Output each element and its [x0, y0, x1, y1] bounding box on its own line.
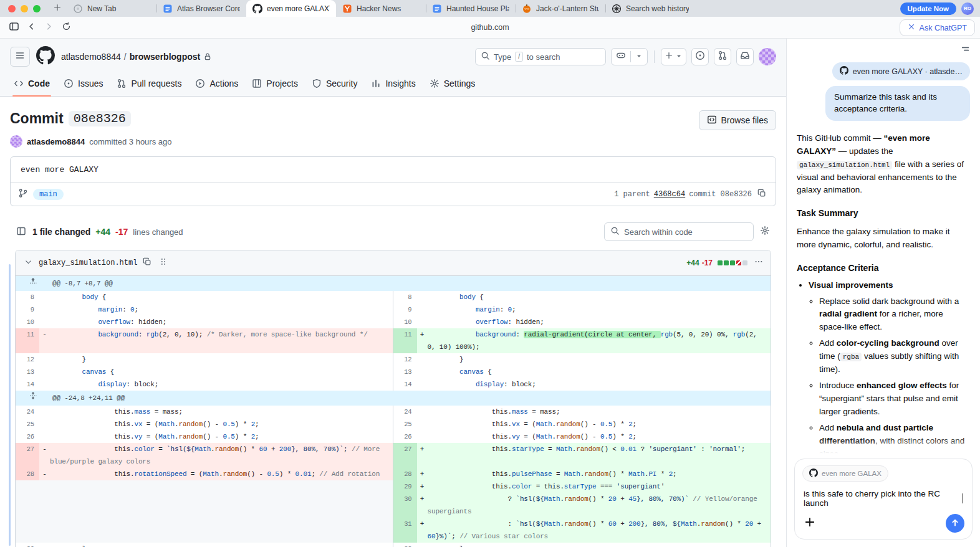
- old-line-number[interactable]: 26: [16, 430, 39, 443]
- old-line-number[interactable]: 13: [16, 366, 39, 378]
- file-tree-resizer[interactable]: [9, 264, 11, 546]
- parent-sha-link[interactable]: 4368c64: [654, 190, 685, 199]
- new-tab-button[interactable]: [48, 0, 67, 17]
- old-line-number[interactable]: 14: [16, 378, 39, 391]
- new-line-number[interactable]: 13: [393, 366, 417, 378]
- old-line-number[interactable]: 9: [16, 303, 39, 316]
- addition-sign: +: [417, 328, 428, 353]
- new-line-number[interactable]: 26: [393, 430, 417, 443]
- create-new-button[interactable]: [661, 48, 686, 65]
- new-line-number[interactable]: 24: [393, 406, 417, 418]
- old-line-number[interactable]: 25: [16, 418, 39, 430]
- old-line-number[interactable]: 12: [16, 353, 39, 366]
- search-within-code-input[interactable]: Search within code: [604, 222, 754, 241]
- github-logo[interactable]: [36, 46, 55, 67]
- browser-profile-avatar[interactable]: RO: [961, 2, 974, 15]
- window-controls: [0, 0, 48, 17]
- tab[interactable]: Search web history: [605, 0, 695, 17]
- expand-hunk-button[interactable]: [16, 391, 50, 406]
- old-line-number[interactable]: 28: [16, 468, 39, 480]
- tab-label: Haunted House Plan: [446, 4, 509, 13]
- close-window-button[interactable]: [8, 5, 16, 12]
- old-line-number[interactable]: 8: [16, 291, 39, 303]
- breadcrumb-owner-link[interactable]: atlasdemo8844: [61, 52, 121, 62]
- copilot-button[interactable]: [611, 48, 648, 65]
- attach-button[interactable]: [802, 516, 817, 531]
- diff-settings-button[interactable]: [759, 226, 771, 238]
- new-line-number[interactable]: 31: [393, 518, 417, 543]
- old-line-number[interactable]: 11: [16, 328, 39, 353]
- collapse-file-button[interactable]: [21, 256, 35, 270]
- issues-button[interactable]: [691, 48, 709, 65]
- nav-tab-security[interactable]: Security: [307, 72, 363, 96]
- nav-tab-insights[interactable]: Insights: [366, 72, 420, 96]
- expand-hunk-button[interactable]: [16, 276, 50, 291]
- branch-icon: [18, 188, 28, 201]
- github-menu-button[interactable]: [10, 47, 30, 67]
- copy-path-button[interactable]: [141, 257, 153, 269]
- browse-files-button[interactable]: Browse files: [699, 110, 776, 130]
- tab[interactable]: Jack-o'-Lantern Stuf: [516, 0, 605, 17]
- file-tree-toggle[interactable]: [15, 226, 27, 238]
- old-line-number[interactable]: 10: [16, 316, 39, 328]
- hunk-header-text: @@ -24,8 +24,11 @@: [50, 391, 771, 406]
- new-line-number[interactable]: 32: [393, 543, 417, 547]
- composer-input[interactable]: is this safe to cherry pick into the RC …: [804, 489, 963, 508]
- tab[interactable]: New Tab: [67, 0, 156, 17]
- old-line-number[interactable]: 29: [16, 543, 39, 547]
- forward-button[interactable]: [40, 19, 57, 36]
- inbox-button[interactable]: [736, 48, 754, 65]
- address-bar[interactable]: github.com: [0, 23, 980, 32]
- nav-tab-actions[interactable]: Actions: [190, 72, 243, 96]
- pull-requests-button[interactable]: [714, 48, 731, 65]
- send-button[interactable]: [946, 514, 964, 533]
- tab[interactable]: Hacker News: [336, 0, 426, 17]
- diff-stat-block: [742, 260, 747, 265]
- diff-context-row: 29 }32 }: [16, 543, 771, 547]
- drag-handle[interactable]: [157, 257, 170, 269]
- composer-input-text: is this safe to cherry pick into the RC …: [804, 489, 962, 508]
- tab-label: even more GALAXY ·: [267, 4, 330, 13]
- old-line-number[interactable]: 27: [16, 443, 39, 468]
- new-line-number[interactable]: 11: [393, 328, 417, 353]
- nav-tab-pull-requests[interactable]: Pull requests: [112, 72, 186, 96]
- context-chip[interactable]: even more GALAXY · atlasde…: [832, 62, 970, 80]
- author-avatar[interactable]: [10, 135, 22, 148]
- nav-tab-issues[interactable]: Issues: [59, 72, 108, 96]
- tab[interactable]: Atlas Browser Core E: [156, 0, 246, 17]
- nav-tab-settings[interactable]: Settings: [425, 72, 481, 96]
- author-name[interactable]: atlasdemo8844: [27, 137, 85, 146]
- new-line-number[interactable]: 10: [393, 316, 417, 328]
- new-line-number[interactable]: 25: [393, 418, 417, 430]
- new-line-number[interactable]: 14: [393, 378, 417, 391]
- update-now-button[interactable]: Update Now: [900, 2, 956, 15]
- reload-button[interactable]: [57, 19, 75, 36]
- copy-sha-button[interactable]: [756, 188, 768, 201]
- panel-collapse-button[interactable]: [959, 44, 971, 56]
- tab-active[interactable]: even more GALAXY ·: [246, 0, 336, 17]
- breadcrumb-repo-link[interactable]: browserblogpost: [130, 52, 201, 62]
- new-line-number[interactable]: 30: [393, 493, 417, 518]
- nav-tab-code[interactable]: Code: [9, 72, 55, 96]
- old-line-number[interactable]: 24: [16, 406, 39, 418]
- new-line-number[interactable]: 8: [393, 291, 417, 303]
- ask-chatgpt-button[interactable]: Ask ChatGPT: [900, 19, 975, 36]
- github-user-avatar[interactable]: [759, 48, 776, 65]
- new-line-number[interactable]: 27: [393, 443, 417, 468]
- minimize-window-button[interactable]: [21, 5, 28, 12]
- file-options-button[interactable]: [752, 257, 765, 269]
- nav-tab-projects[interactable]: Projects: [247, 72, 303, 96]
- new-line-number[interactable]: 12: [393, 353, 417, 366]
- maximize-window-button[interactable]: [33, 5, 41, 12]
- new-line-number[interactable]: 29: [393, 480, 417, 493]
- copilot-menu-button[interactable]: [630, 51, 647, 62]
- new-line-number[interactable]: 9: [393, 303, 417, 316]
- tab[interactable]: Haunted House Plan: [426, 0, 516, 17]
- back-button[interactable]: [22, 19, 40, 36]
- new-line-number[interactable]: 28: [393, 468, 417, 480]
- composer-context-chip[interactable]: even more GALAX: [802, 465, 888, 482]
- github-search-input[interactable]: Type / to search: [475, 48, 606, 65]
- toolbar-sidebar-toggle[interactable]: [5, 19, 22, 36]
- close-icon[interactable]: [908, 23, 915, 32]
- branch-badge[interactable]: main: [33, 189, 64, 200]
